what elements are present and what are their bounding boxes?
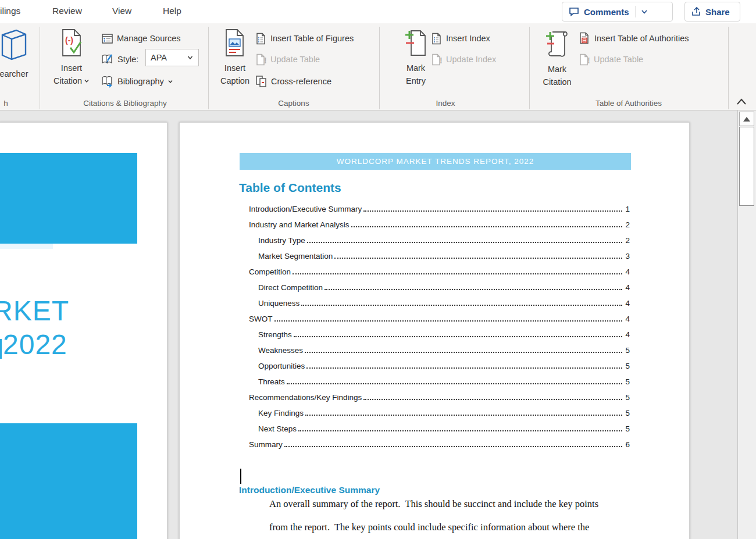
body-paragraph-line: An overall summary of the report. This s…	[269, 498, 598, 510]
cross-reference-button[interactable]: Cross-reference	[255, 73, 331, 90]
insert-caption-label-2: Caption	[220, 74, 249, 87]
update-index-label: Update Index	[446, 55, 496, 64]
insert-index-button[interactable]: Insert Index	[430, 30, 490, 47]
ribbon-collapse-icon[interactable]	[734, 95, 749, 108]
group-label-captions: Captions	[217, 99, 370, 108]
update-table-captions-button[interactable]: ! Update Table	[255, 51, 320, 67]
insert-index-label: Insert Index	[446, 34, 490, 43]
group-separator	[379, 27, 380, 109]
insert-caption-label-1: Insert	[224, 62, 245, 74]
insert-table-of-authorities-button[interactable]: Insert Table of Authorities	[578, 30, 689, 47]
toc-entry-title: SWOT	[249, 315, 273, 323]
cover-title-line1: RKET	[0, 297, 69, 325]
group-label-authorities: Table of Authorities	[539, 99, 719, 108]
toc-entry-page: 5	[624, 424, 630, 433]
toc-entry[interactable]: Key Findings5	[180, 405, 690, 420]
mark-entry-button[interactable]: Mark Entry	[399, 24, 433, 109]
researcher-icon	[0, 29, 29, 65]
document-canvas: RKET 2022 WORLDCORP MARKET TRENDS REPORT…	[0, 110, 756, 539]
toc-entry-title: Uniqueness	[258, 299, 299, 308]
toc-entry-title: Competition	[249, 267, 291, 276]
toc-entry-title: Direct Competition	[258, 283, 323, 292]
toc-entry-title: Threats	[258, 377, 285, 386]
insert-caption-button[interactable]: Insert Caption	[217, 24, 252, 109]
toc-entry[interactable]: Market Segmentation3	[180, 248, 690, 263]
text-cursor	[240, 469, 241, 484]
scroll-up-button[interactable]	[739, 112, 754, 126]
mark-citation-label-2: Citation	[543, 76, 571, 88]
toc-leader-dots	[305, 352, 622, 353]
toc-entry-page: 5	[624, 409, 630, 417]
cover-title-line2: 2022	[3, 331, 67, 359]
toc-entry[interactable]: Opportunities5	[180, 358, 690, 373]
toc-entry[interactable]: Next Steps5	[180, 420, 690, 436]
body-paragraph-line: from the report. The key points could in…	[269, 522, 589, 533]
tab-mailings[interactable]: ilings	[0, 6, 20, 16]
comments-divider	[635, 6, 636, 17]
insert-table-of-authorities-icon	[578, 32, 591, 45]
toc-entry[interactable]: Competition4	[180, 263, 690, 279]
toc-entry[interactable]: Introduction/Executive Summary1	[180, 201, 690, 216]
toc-leader-dots	[334, 258, 622, 259]
toc-leader-dots	[363, 399, 622, 400]
svg-text:(-): (-)	[65, 35, 73, 45]
insert-citation-label-2: Citation	[54, 74, 82, 87]
mark-citation-button[interactable]: Mark Citation	[539, 24, 576, 109]
update-table-authorities-icon: !	[578, 53, 590, 66]
scrollbar-thumb[interactable]	[739, 127, 754, 206]
mark-citation-icon	[544, 29, 570, 60]
toc-entry[interactable]: Recommendations/Key Findings5	[180, 389, 690, 405]
toc-entry[interactable]: Weaknesses5	[180, 342, 690, 358]
tab-help[interactable]: Help	[163, 6, 181, 16]
document-header-banner: WORLDCORP MARKET TRENDS REPORT, 2022	[240, 153, 631, 170]
svg-text:!: !	[440, 56, 443, 65]
toc-entry[interactable]: Industry and Market Analysis2	[180, 216, 690, 232]
mark-entry-label-2: Entry	[406, 74, 426, 87]
insert-citation-button[interactable]: (-) Insert Citation	[51, 24, 92, 109]
toc-entry[interactable]: Threats5	[180, 373, 690, 389]
cover-page[interactable]: RKET 2022	[0, 122, 167, 539]
insert-caption-icon	[224, 29, 245, 59]
toc-entry-page: 2	[624, 236, 630, 245]
bibliography-button[interactable]: Bibliography	[101, 73, 173, 90]
toc-entry[interactable]: SWOT4	[180, 310, 690, 326]
tab-view[interactable]: View	[112, 6, 131, 16]
style-select[interactable]: APA	[145, 49, 199, 66]
toc-entry-page: 4	[624, 315, 630, 323]
tab-review[interactable]: Review	[52, 6, 82, 16]
chevron-down-icon[interactable]	[640, 8, 648, 16]
insert-citation-icon: (-)	[60, 29, 83, 59]
svg-text:!: !	[587, 56, 590, 65]
toc-entry-page: 4	[624, 267, 630, 276]
toc-leader-dots	[298, 430, 622, 431]
toc-heading: Table of Contents	[239, 181, 341, 195]
chevron-down-icon	[187, 54, 194, 61]
insert-table-of-figures-button[interactable]: Insert Table of Figures	[255, 30, 354, 47]
manage-sources-button[interactable]: Manage Sources	[101, 30, 181, 47]
comments-button[interactable]: Comments	[562, 2, 673, 22]
toc-leader-dots	[306, 367, 622, 369]
toc-entry-page: 5	[624, 377, 630, 386]
vertical-scrollbar[interactable]	[737, 110, 756, 539]
toc-entry[interactable]: Strengths4	[180, 326, 690, 342]
toc-entry-page: 2	[624, 220, 630, 229]
toc-leader-dots	[305, 415, 622, 416]
researcher-button[interactable]: earcher	[0, 24, 37, 109]
toc-entry[interactable]: Uniqueness4	[180, 295, 690, 310]
toc-entry-title: Introduction/Executive Summary	[249, 205, 362, 213]
toc-entry[interactable]: Industry Type2	[180, 232, 690, 248]
toc-entry[interactable]: Summary6	[180, 436, 690, 452]
cover-letter-fragment	[0, 339, 2, 359]
toc-leader-dots	[293, 273, 622, 274]
document-page[interactable]: WORLDCORP MARKET TRENDS REPORT, 2022 Tab…	[179, 122, 690, 539]
toc-entry[interactable]: Direct Competition4	[180, 279, 690, 295]
update-table-authorities-button[interactable]: ! Update Table	[578, 51, 643, 67]
mark-entry-icon	[404, 29, 427, 59]
update-index-button[interactable]: ! Update Index	[430, 51, 496, 67]
toc-entry-page: 1	[624, 205, 630, 213]
cover-accent-block-bottom	[0, 423, 137, 539]
svg-text:!: !	[264, 56, 267, 65]
share-button[interactable]: Share	[684, 2, 740, 22]
insert-table-of-figures-label: Insert Table of Figures	[270, 34, 354, 43]
toc-entry-page: 4	[624, 299, 630, 308]
